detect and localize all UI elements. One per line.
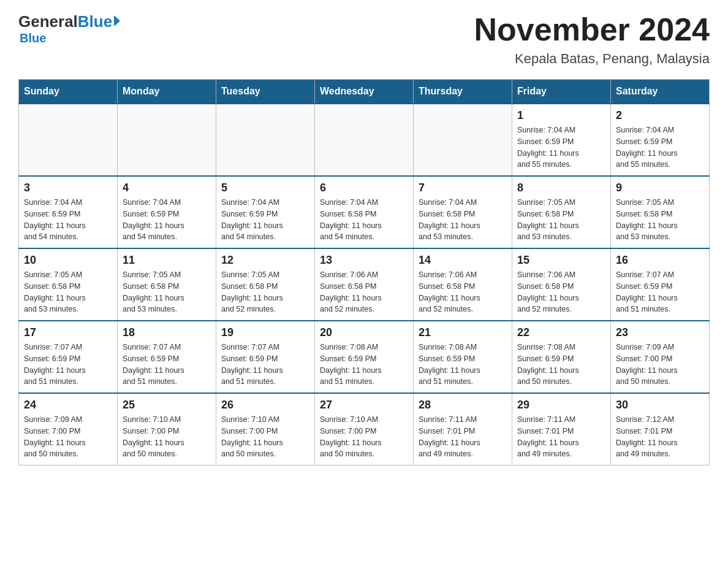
calendar-cell: 5Sunrise: 7:04 AMSunset: 6:59 PMDaylight… — [216, 176, 315, 248]
logo-arrow-icon — [114, 15, 120, 26]
logo-subtitle: Blue — [20, 31, 46, 45]
calendar-cell: 21Sunrise: 7:08 AMSunset: 6:59 PMDayligh… — [414, 321, 512, 393]
day-info: Sunrise: 7:06 AMSunset: 6:58 PMDaylight:… — [320, 269, 408, 315]
day-info: Sunrise: 7:07 AMSunset: 6:59 PMDaylight:… — [616, 269, 704, 315]
week-row-4: 17Sunrise: 7:07 AMSunset: 6:59 PMDayligh… — [19, 321, 710, 393]
calendar-cell: 16Sunrise: 7:07 AMSunset: 6:59 PMDayligh… — [611, 248, 710, 321]
day-number: 22 — [517, 326, 605, 339]
day-info: Sunrise: 7:04 AMSunset: 6:58 PMDaylight:… — [419, 197, 507, 243]
day-number: 24 — [24, 399, 112, 412]
calendar-cell: 20Sunrise: 7:08 AMSunset: 6:59 PMDayligh… — [315, 321, 414, 393]
location-subtitle: Kepala Batas, Penang, Malaysia — [474, 51, 710, 67]
day-info: Sunrise: 7:04 AMSunset: 6:59 PMDaylight:… — [24, 197, 112, 243]
day-info: Sunrise: 7:05 AMSunset: 6:58 PMDaylight:… — [123, 269, 211, 315]
calendar-cell — [315, 104, 414, 176]
day-info: Sunrise: 7:11 AMSunset: 7:01 PMDaylight:… — [517, 414, 605, 460]
calendar-cell: 18Sunrise: 7:07 AMSunset: 6:59 PMDayligh… — [118, 321, 216, 393]
week-row-3: 10Sunrise: 7:05 AMSunset: 6:58 PMDayligh… — [19, 248, 710, 321]
calendar-cell: 10Sunrise: 7:05 AMSunset: 6:58 PMDayligh… — [19, 248, 118, 321]
day-number: 12 — [221, 254, 309, 267]
calendar-cell: 2Sunrise: 7:04 AMSunset: 6:59 PMDaylight… — [611, 104, 710, 176]
day-info: Sunrise: 7:10 AMSunset: 7:00 PMDaylight:… — [123, 414, 211, 460]
column-header-saturday: Saturday — [611, 80, 710, 104]
week-row-5: 24Sunrise: 7:09 AMSunset: 7:00 PMDayligh… — [19, 393, 710, 465]
day-info: Sunrise: 7:04 AMSunset: 6:59 PMDaylight:… — [517, 124, 605, 170]
day-number: 14 — [419, 254, 507, 267]
logo-general: General — [18, 12, 78, 31]
calendar-cell: 1Sunrise: 7:04 AMSunset: 6:59 PMDaylight… — [512, 104, 611, 176]
day-info: Sunrise: 7:09 AMSunset: 7:00 PMDaylight:… — [616, 342, 704, 388]
day-number: 16 — [616, 254, 704, 267]
logo: General Blue Blue — [18, 12, 120, 45]
day-info: Sunrise: 7:11 AMSunset: 7:01 PMDaylight:… — [419, 414, 507, 460]
day-number: 3 — [24, 182, 112, 194]
day-number: 20 — [320, 326, 408, 339]
day-info: Sunrise: 7:09 AMSunset: 7:00 PMDaylight:… — [24, 414, 112, 460]
calendar-cell: 28Sunrise: 7:11 AMSunset: 7:01 PMDayligh… — [414, 393, 512, 465]
day-info: Sunrise: 7:04 AMSunset: 6:59 PMDaylight:… — [221, 197, 309, 243]
day-number: 1 — [517, 109, 605, 122]
calendar-header-row: SundayMondayTuesdayWednesdayThursdayFrid… — [19, 80, 710, 104]
day-number: 9 — [616, 182, 704, 194]
day-number: 23 — [616, 326, 704, 339]
calendar-cell: 30Sunrise: 7:12 AMSunset: 7:01 PMDayligh… — [611, 393, 710, 465]
day-number: 13 — [320, 254, 408, 267]
day-number: 10 — [24, 254, 112, 267]
calendar-cell: 29Sunrise: 7:11 AMSunset: 7:01 PMDayligh… — [512, 393, 611, 465]
calendar-table: SundayMondayTuesdayWednesdayThursdayFrid… — [18, 79, 710, 465]
column-header-thursday: Thursday — [414, 80, 512, 104]
calendar-cell: 19Sunrise: 7:07 AMSunset: 6:59 PMDayligh… — [216, 321, 315, 393]
day-number: 18 — [123, 326, 211, 339]
week-row-2: 3Sunrise: 7:04 AMSunset: 6:59 PMDaylight… — [19, 176, 710, 248]
day-number: 19 — [221, 326, 309, 339]
calendar-cell: 6Sunrise: 7:04 AMSunset: 6:58 PMDaylight… — [315, 176, 414, 248]
calendar-cell: 7Sunrise: 7:04 AMSunset: 6:58 PMDaylight… — [414, 176, 512, 248]
day-info: Sunrise: 7:10 AMSunset: 7:00 PMDaylight:… — [221, 414, 309, 460]
day-info: Sunrise: 7:07 AMSunset: 6:59 PMDaylight:… — [123, 342, 211, 388]
week-row-1: 1Sunrise: 7:04 AMSunset: 6:59 PMDaylight… — [19, 104, 710, 176]
calendar-cell: 22Sunrise: 7:08 AMSunset: 6:59 PMDayligh… — [512, 321, 611, 393]
day-number: 28 — [419, 399, 507, 412]
column-header-tuesday: Tuesday — [216, 80, 315, 104]
day-info: Sunrise: 7:10 AMSunset: 7:00 PMDaylight:… — [320, 414, 408, 460]
calendar-cell — [19, 104, 118, 176]
day-number: 25 — [123, 399, 211, 412]
day-number: 27 — [320, 399, 408, 412]
day-number: 11 — [123, 254, 211, 267]
day-number: 7 — [419, 182, 507, 194]
day-number: 21 — [419, 326, 507, 339]
column-header-friday: Friday — [512, 80, 611, 104]
calendar-cell — [414, 104, 512, 176]
day-number: 4 — [123, 182, 211, 194]
day-info: Sunrise: 7:05 AMSunset: 6:58 PMDaylight:… — [517, 197, 605, 243]
day-info: Sunrise: 7:07 AMSunset: 6:59 PMDaylight:… — [221, 342, 309, 388]
day-number: 6 — [320, 182, 408, 194]
day-number: 26 — [221, 399, 309, 412]
logo-blue: Blue — [78, 12, 112, 31]
day-info: Sunrise: 7:06 AMSunset: 6:58 PMDaylight:… — [517, 269, 605, 315]
calendar-cell: 17Sunrise: 7:07 AMSunset: 6:59 PMDayligh… — [19, 321, 118, 393]
day-number: 2 — [616, 109, 704, 122]
day-number: 5 — [221, 182, 309, 194]
day-info: Sunrise: 7:04 AMSunset: 6:59 PMDaylight:… — [123, 197, 211, 243]
calendar-cell: 14Sunrise: 7:06 AMSunset: 6:58 PMDayligh… — [414, 248, 512, 321]
calendar-cell: 4Sunrise: 7:04 AMSunset: 6:59 PMDaylight… — [118, 176, 216, 248]
calendar-cell: 27Sunrise: 7:10 AMSunset: 7:00 PMDayligh… — [315, 393, 414, 465]
day-info: Sunrise: 7:05 AMSunset: 6:58 PMDaylight:… — [24, 269, 112, 315]
calendar-cell: 25Sunrise: 7:10 AMSunset: 7:00 PMDayligh… — [118, 393, 216, 465]
day-info: Sunrise: 7:08 AMSunset: 6:59 PMDaylight:… — [517, 342, 605, 388]
calendar-cell: 23Sunrise: 7:09 AMSunset: 7:00 PMDayligh… — [611, 321, 710, 393]
column-header-sunday: Sunday — [19, 80, 118, 104]
day-number: 15 — [517, 254, 605, 267]
day-number: 8 — [517, 182, 605, 194]
day-info: Sunrise: 7:12 AMSunset: 7:01 PMDaylight:… — [616, 414, 704, 460]
day-info: Sunrise: 7:05 AMSunset: 6:58 PMDaylight:… — [221, 269, 309, 315]
day-number: 29 — [517, 399, 605, 412]
day-number: 30 — [616, 399, 704, 412]
day-info: Sunrise: 7:07 AMSunset: 6:59 PMDaylight:… — [24, 342, 112, 388]
day-info: Sunrise: 7:04 AMSunset: 6:59 PMDaylight:… — [616, 124, 704, 170]
day-info: Sunrise: 7:08 AMSunset: 6:59 PMDaylight:… — [320, 342, 408, 388]
title-section: November 2024 Kepala Batas, Penang, Mala… — [474, 12, 710, 67]
calendar-cell: 15Sunrise: 7:06 AMSunset: 6:58 PMDayligh… — [512, 248, 611, 321]
main-title: November 2024 — [474, 12, 710, 47]
